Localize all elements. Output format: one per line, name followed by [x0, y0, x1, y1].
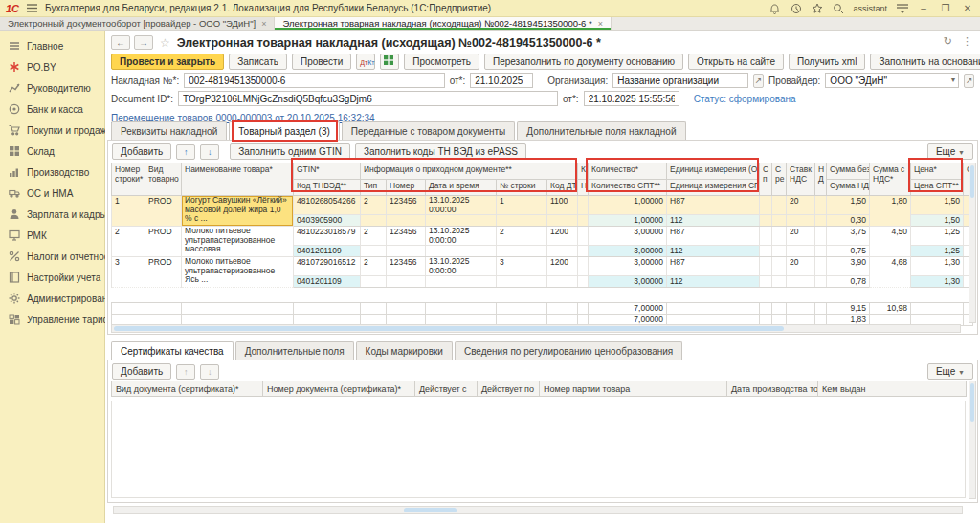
cell-empty[interactable]	[760, 246, 772, 257]
cell-empty[interactable]	[578, 215, 589, 227]
sidebar-item-rmk[interactable]: РМК	[0, 225, 104, 246]
col-header-doc-line[interactable]: № строки	[497, 180, 547, 196]
invoice-number-input[interactable]	[184, 73, 444, 88]
cell-row-number[interactable]: 3	[112, 257, 145, 288]
col-header-production-date[interactable]: Дата производства товара	[727, 381, 818, 397]
items-more-button[interactable]: Еще ▼	[927, 143, 973, 160]
cell-tnved[interactable]: 0403905900	[294, 215, 361, 227]
fill-from-invoice-button[interactable]: Заполнить на основании электронной накла…	[870, 54, 980, 70]
col-header-dti-code[interactable]: Код ДТИ	[547, 180, 578, 196]
sidebar-item-purchases[interactable]: Покупки и продажи	[0, 120, 104, 141]
tab-quality-certificates[interactable]: Сертификаты качества	[111, 341, 234, 361]
forward-button[interactable]: →	[134, 35, 153, 50]
cell-price-spt[interactable]: 1,30	[911, 276, 964, 288]
close-button[interactable]: ✕	[961, 3, 974, 13]
fill-tnved-button[interactable]: Заполнить коды ТН ВЭД из ePASS	[355, 143, 526, 160]
tab-invoice[interactable]: Электронная товарная накладная (исходяща…	[275, 17, 612, 30]
cell-doc-line[interactable]: 3	[497, 257, 547, 276]
cell-empty[interactable]	[772, 257, 787, 276]
certificates-table-body[interactable]	[111, 401, 966, 498]
cell-empty[interactable]	[361, 246, 387, 257]
add-certificate-button[interactable]: Добавить	[112, 363, 171, 380]
table-row[interactable]: 2 PROD Молоко питьевое ультрапастеризова…	[112, 227, 973, 246]
invoice-date-input[interactable]	[470, 73, 533, 88]
col-header-unit-spt[interactable]: Единица измерения СПТ ...	[667, 180, 760, 196]
cell-empty[interactable]	[547, 276, 578, 288]
cell-unit[interactable]: H87	[667, 227, 760, 246]
cell-quantity[interactable]: 1,00000	[589, 196, 667, 215]
cell-unit[interactable]: H87	[667, 257, 760, 276]
col-header-k[interactable]: К	[578, 163, 589, 180]
cell-doc-type[interactable]: 2	[361, 227, 387, 246]
items-horizontal-scrollbar[interactable]	[111, 324, 961, 333]
tab-additional-fields-bottom[interactable]: Дополнительные поля	[235, 341, 354, 360]
col-header-valid-from[interactable]: Действует с	[415, 381, 478, 397]
organization-input[interactable]	[612, 73, 748, 88]
cell-empty[interactable]	[772, 215, 787, 227]
col-header-sre[interactable]: С ре	[772, 163, 787, 196]
service-menu-icon[interactable]	[896, 2, 908, 14]
cell-doc-type[interactable]: 2	[361, 257, 387, 276]
cell-empty[interactable]	[760, 227, 772, 246]
col-header-doc-type[interactable]: Тип	[361, 180, 387, 196]
restore-button[interactable]: ❐	[939, 3, 952, 13]
cell-empty[interactable]	[787, 246, 815, 257]
cell-doc-number[interactable]: 123456	[387, 196, 426, 215]
tab-transferred-documents[interactable]: Переданные с товаром документы	[342, 121, 515, 141]
cell-price[interactable]: 1,50	[911, 196, 964, 215]
col-header-gtin[interactable]: GTIN*	[294, 163, 361, 180]
cell-empty[interactable]	[361, 215, 387, 227]
document-id-input[interactable]	[178, 91, 558, 106]
items-table[interactable]: Номер строки* Вид товарно Наименование т…	[111, 163, 973, 326]
cell-empty[interactable]	[578, 276, 589, 288]
assistant-label[interactable]: assistant	[853, 4, 887, 13]
col-header-goods-name[interactable]: Наименование товара*	[182, 163, 294, 196]
cell-sum-vat[interactable]: 0,30	[827, 215, 870, 227]
col-header-sum-no-vat[interactable]: Сумма без ...	[827, 163, 870, 180]
sidebar-item-manager[interactable]: Руководителю	[0, 77, 104, 98]
cell-empty[interactable]	[426, 246, 497, 257]
cell-empty[interactable]	[815, 246, 827, 257]
cell-empty[interactable]	[760, 215, 772, 227]
cell-unit-spt[interactable]: 112	[667, 246, 760, 257]
certificates-table[interactable]: Вид документа (сертификата)* Номер докум…	[111, 381, 967, 397]
cell-unit[interactable]: H87	[667, 196, 760, 215]
col-header-unit[interactable]: Единица измерения (ОК...	[667, 163, 760, 180]
cell-gtin[interactable]: 4810729016512	[294, 257, 361, 276]
cell-empty[interactable]	[578, 246, 589, 257]
col-header-incoming-doc-group[interactable]: Информация о приходном документе**	[361, 163, 578, 180]
move-down-button[interactable]: ↓	[200, 144, 219, 160]
tab-additional-fields[interactable]: Дополнительные поля накладной	[517, 121, 685, 141]
col-header-row-number[interactable]: Номер строки*	[112, 163, 145, 196]
cell-empty[interactable]	[772, 196, 787, 215]
cell-sum-with-vat[interactable]: 4,68	[870, 257, 911, 288]
cell-empty[interactable]	[497, 215, 547, 227]
sidebar-item-tariff[interactable]: Управление тарифом	[0, 309, 104, 330]
cell-empty[interactable]	[426, 276, 497, 288]
cell-doc-datetime[interactable]: 13.10.2025 0:00:00	[426, 196, 497, 215]
tab-goods-section[interactable]: Товарный раздел (3)	[229, 121, 340, 142]
cell-unit-spt[interactable]: 112	[667, 215, 760, 227]
cell-goods-type[interactable]: PROD	[145, 196, 182, 227]
cell-vat-rate[interactable]: 20	[787, 196, 815, 215]
cell-empty[interactable]	[772, 276, 787, 288]
move-down-button-disabled[interactable]: ↓	[200, 364, 219, 380]
cell-goods-type[interactable]: PROD	[145, 257, 182, 288]
col-header-issued-by[interactable]: Кем выдан	[818, 381, 967, 397]
cell-empty[interactable]	[815, 215, 827, 227]
sidebar-item-fixed-assets[interactable]: ОС и НМА	[0, 183, 104, 204]
cell-empty[interactable]	[578, 227, 589, 246]
cell-empty[interactable]	[815, 196, 827, 215]
cell-empty[interactable]	[387, 215, 426, 227]
col-header-goods-type[interactable]: Вид товарно	[145, 163, 182, 196]
move-up-button-disabled[interactable]: ↑	[176, 364, 195, 380]
cell-empty[interactable]	[815, 227, 827, 246]
table-row[interactable]: 3 PROD Молоко питьевое ультрапастеризова…	[112, 257, 973, 276]
write-button[interactable]: Записать	[229, 54, 287, 70]
cell-price[interactable]: 1,25	[911, 227, 964, 246]
cell-price[interactable]: 1,30	[911, 257, 964, 276]
move-up-button[interactable]: ↑	[176, 144, 195, 160]
cell-dti[interactable]: 1200	[547, 257, 578, 276]
cell-unit-spt[interactable]: 112	[667, 276, 760, 288]
cell-quantity-spt[interactable]: 3,00000	[589, 246, 667, 257]
